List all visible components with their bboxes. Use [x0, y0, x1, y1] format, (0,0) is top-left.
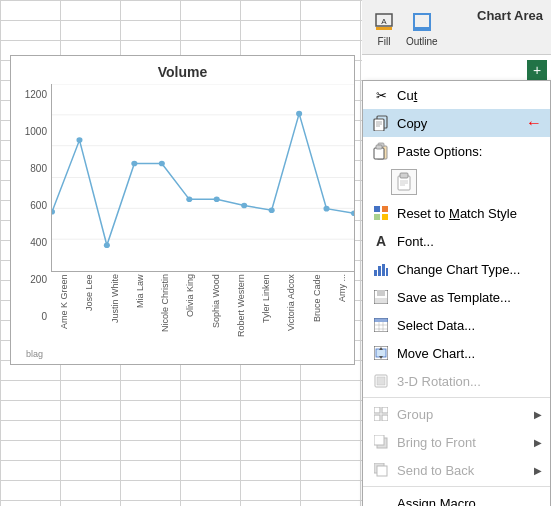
chart-plot [51, 84, 354, 272]
svg-rect-46 [377, 290, 385, 296]
context-menu: ✂ Cut Copy ← Paste Options: [362, 80, 551, 506]
svg-rect-39 [374, 214, 380, 220]
svg-rect-41 [374, 270, 377, 276]
paste-clipboard-icon [391, 169, 417, 195]
svg-rect-37 [374, 206, 380, 212]
copy-icon [371, 113, 391, 133]
bring-front-arrow: ▶ [534, 437, 542, 448]
chart-container: Volume 1200 1000 800 600 400 200 0 [10, 55, 355, 365]
select-data-icon [371, 315, 391, 335]
chart-area-label: Chart Area [477, 8, 543, 23]
menu-item-move-chart[interactable]: Move Chart... [363, 339, 550, 367]
svg-rect-24 [374, 119, 384, 131]
svg-point-13 [241, 203, 247, 209]
paste-icon [371, 141, 391, 161]
paste-options-label: Paste Options: [397, 144, 542, 159]
svg-marker-57 [379, 356, 383, 359]
outline-button[interactable]: Outline [406, 8, 438, 47]
change-chart-icon [371, 259, 391, 279]
group-icon [371, 404, 391, 424]
svg-marker-56 [379, 347, 383, 350]
svg-rect-33 [400, 173, 408, 178]
menu-item-save-template[interactable]: Save as Template... [363, 283, 550, 311]
svg-rect-62 [374, 415, 380, 421]
svg-rect-31 [376, 145, 382, 149]
move-chart-label: Move Chart... [397, 346, 542, 361]
reset-label: Reset to Match Style [397, 206, 542, 221]
svg-rect-22 [414, 27, 430, 30]
fill-label: Fill [378, 36, 391, 47]
chart-body: 1200 1000 800 600 400 200 0 [11, 84, 354, 352]
menu-item-change-chart-type[interactable]: Change Chart Type... [363, 255, 550, 283]
separator-1 [363, 397, 550, 398]
menu-item-cut[interactable]: ✂ Cut [363, 81, 550, 109]
svg-rect-55 [376, 349, 386, 357]
select-data-label: Select Data... [397, 318, 542, 333]
change-chart-label: Change Chart Type... [397, 262, 542, 277]
save-template-label: Save as Template... [397, 290, 542, 305]
font-label: Font... [397, 234, 542, 249]
chart-title: Volume [11, 56, 354, 84]
cut-label: Cut [397, 88, 542, 103]
svg-rect-67 [377, 466, 387, 476]
svg-point-11 [186, 196, 192, 202]
group-label: Group [397, 407, 530, 422]
rotation-icon [371, 371, 391, 391]
chart-svg [52, 84, 354, 271]
menu-item-assign-macro[interactable]: Assign Macro... [363, 489, 550, 506]
svg-rect-60 [374, 407, 380, 413]
move-chart-icon [371, 343, 391, 363]
svg-rect-63 [382, 415, 388, 421]
x-axis-labels: Ame K Green Jose Lee Justin White Mia La… [51, 272, 354, 352]
menu-item-reset[interactable]: Reset to Match Style [363, 199, 550, 227]
fill-button[interactable]: A Fill [370, 8, 398, 47]
menu-item-paste-options[interactable]: Paste Options: [363, 137, 550, 165]
svg-rect-38 [382, 206, 388, 212]
fill-icon: A [370, 8, 398, 36]
bring-front-label: Bring to Front [397, 435, 530, 450]
svg-point-16 [323, 206, 329, 212]
svg-point-14 [269, 207, 275, 213]
menu-item-select-data[interactable]: Select Data... [363, 311, 550, 339]
assign-macro-icon [371, 493, 391, 506]
svg-point-10 [159, 161, 165, 167]
svg-rect-44 [386, 268, 388, 276]
add-button[interactable]: + [527, 60, 547, 80]
chart-label-tag: blag [26, 349, 43, 359]
svg-rect-43 [382, 264, 385, 276]
save-template-icon [371, 287, 391, 307]
send-back-label: Send to Back [397, 463, 530, 478]
assign-macro-label: Assign Macro... [397, 496, 542, 507]
group-arrow: ▶ [534, 409, 542, 420]
copy-label: Copy [397, 116, 522, 131]
menu-item-3d-rotation: 3-D Rotation... [363, 367, 550, 395]
svg-point-15 [296, 111, 302, 117]
svg-point-9 [131, 161, 137, 167]
font-icon: A [371, 231, 391, 251]
reset-icon [371, 203, 391, 223]
bring-front-icon [371, 432, 391, 452]
copy-arrow-indicator: ← [526, 114, 542, 132]
svg-rect-40 [382, 214, 388, 220]
menu-item-font[interactable]: A Font... [363, 227, 550, 255]
svg-rect-30 [374, 148, 384, 159]
svg-point-6 [52, 209, 55, 215]
outline-icon [408, 8, 436, 36]
svg-text:A: A [381, 17, 387, 26]
svg-point-7 [76, 137, 82, 143]
svg-point-17 [351, 211, 354, 217]
menu-item-send-back: Send to Back ▶ [363, 456, 550, 484]
svg-rect-42 [378, 266, 381, 276]
svg-rect-47 [375, 298, 387, 303]
toolbar: A Fill Outline Chart Area [362, 0, 551, 55]
menu-item-copy[interactable]: Copy ← [363, 109, 550, 137]
menu-item-bring-front: Bring to Front ▶ [363, 428, 550, 456]
separator-2 [363, 486, 550, 487]
menu-item-paste-area[interactable] [363, 165, 550, 199]
send-back-icon [371, 460, 391, 480]
svg-rect-61 [382, 407, 388, 413]
svg-rect-49 [374, 318, 388, 322]
outline-label: Outline [406, 36, 438, 47]
rotation-label: 3-D Rotation... [397, 374, 542, 389]
svg-rect-19 [376, 27, 392, 30]
